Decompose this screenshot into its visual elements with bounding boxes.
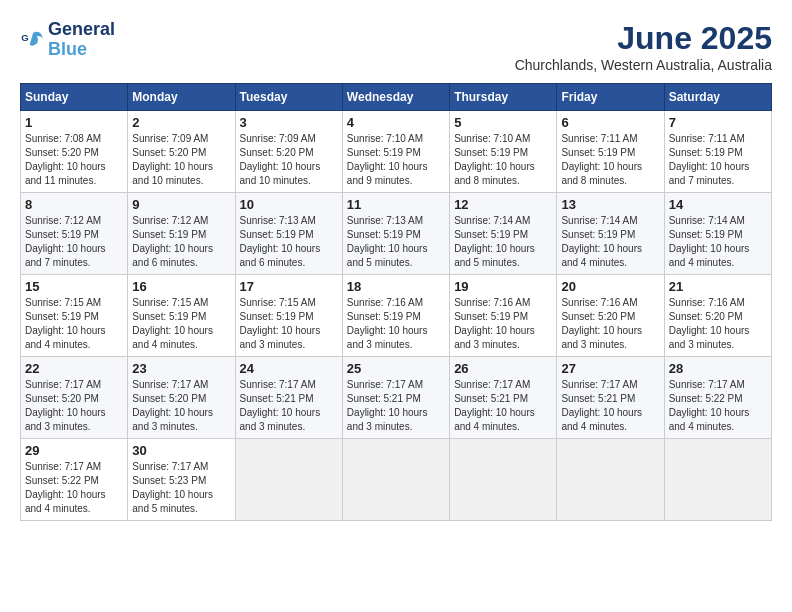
calendar-cell: 26Sunrise: 7:17 AM Sunset: 5:21 PM Dayli… xyxy=(450,357,557,439)
page-header: G General Blue June 2025 Churchlands, We… xyxy=(20,20,772,73)
day-number: 6 xyxy=(561,115,659,130)
day-info: Sunrise: 7:16 AM Sunset: 5:19 PM Dayligh… xyxy=(454,296,552,352)
day-number: 26 xyxy=(454,361,552,376)
day-number: 3 xyxy=(240,115,338,130)
day-info: Sunrise: 7:14 AM Sunset: 5:19 PM Dayligh… xyxy=(454,214,552,270)
calendar-cell: 23Sunrise: 7:17 AM Sunset: 5:20 PM Dayli… xyxy=(128,357,235,439)
column-header-monday: Monday xyxy=(128,84,235,111)
logo-icon: G xyxy=(20,28,44,52)
column-header-tuesday: Tuesday xyxy=(235,84,342,111)
calendar-cell: 9Sunrise: 7:12 AM Sunset: 5:19 PM Daylig… xyxy=(128,193,235,275)
day-number: 4 xyxy=(347,115,445,130)
day-number: 10 xyxy=(240,197,338,212)
day-number: 23 xyxy=(132,361,230,376)
calendar-cell: 16Sunrise: 7:15 AM Sunset: 5:19 PM Dayli… xyxy=(128,275,235,357)
day-info: Sunrise: 7:08 AM Sunset: 5:20 PM Dayligh… xyxy=(25,132,123,188)
day-info: Sunrise: 7:15 AM Sunset: 5:19 PM Dayligh… xyxy=(240,296,338,352)
day-number: 11 xyxy=(347,197,445,212)
day-info: Sunrise: 7:12 AM Sunset: 5:19 PM Dayligh… xyxy=(132,214,230,270)
calendar-cell: 18Sunrise: 7:16 AM Sunset: 5:19 PM Dayli… xyxy=(342,275,449,357)
day-info: Sunrise: 7:10 AM Sunset: 5:19 PM Dayligh… xyxy=(454,132,552,188)
calendar-cell: 19Sunrise: 7:16 AM Sunset: 5:19 PM Dayli… xyxy=(450,275,557,357)
day-info: Sunrise: 7:17 AM Sunset: 5:23 PM Dayligh… xyxy=(132,460,230,516)
calendar-cell: 5Sunrise: 7:10 AM Sunset: 5:19 PM Daylig… xyxy=(450,111,557,193)
calendar-table: SundayMondayTuesdayWednesdayThursdayFrid… xyxy=(20,83,772,521)
day-info: Sunrise: 7:17 AM Sunset: 5:22 PM Dayligh… xyxy=(669,378,767,434)
calendar-cell: 28Sunrise: 7:17 AM Sunset: 5:22 PM Dayli… xyxy=(664,357,771,439)
day-number: 24 xyxy=(240,361,338,376)
day-info: Sunrise: 7:14 AM Sunset: 5:19 PM Dayligh… xyxy=(669,214,767,270)
calendar-cell: 1Sunrise: 7:08 AM Sunset: 5:20 PM Daylig… xyxy=(21,111,128,193)
calendar-cell: 4Sunrise: 7:10 AM Sunset: 5:19 PM Daylig… xyxy=(342,111,449,193)
calendar-week-row: 22Sunrise: 7:17 AM Sunset: 5:20 PM Dayli… xyxy=(21,357,772,439)
column-header-friday: Friday xyxy=(557,84,664,111)
calendar-cell: 8Sunrise: 7:12 AM Sunset: 5:19 PM Daylig… xyxy=(21,193,128,275)
day-info: Sunrise: 7:15 AM Sunset: 5:19 PM Dayligh… xyxy=(132,296,230,352)
calendar-cell: 15Sunrise: 7:15 AM Sunset: 5:19 PM Dayli… xyxy=(21,275,128,357)
day-number: 12 xyxy=(454,197,552,212)
day-number: 20 xyxy=(561,279,659,294)
calendar-cell xyxy=(342,439,449,521)
day-info: Sunrise: 7:17 AM Sunset: 5:21 PM Dayligh… xyxy=(454,378,552,434)
day-info: Sunrise: 7:17 AM Sunset: 5:21 PM Dayligh… xyxy=(240,378,338,434)
calendar-cell: 20Sunrise: 7:16 AM Sunset: 5:20 PM Dayli… xyxy=(557,275,664,357)
day-number: 7 xyxy=(669,115,767,130)
column-header-thursday: Thursday xyxy=(450,84,557,111)
calendar-cell: 25Sunrise: 7:17 AM Sunset: 5:21 PM Dayli… xyxy=(342,357,449,439)
day-info: Sunrise: 7:17 AM Sunset: 5:21 PM Dayligh… xyxy=(561,378,659,434)
calendar-cell xyxy=(235,439,342,521)
calendar-week-row: 8Sunrise: 7:12 AM Sunset: 5:19 PM Daylig… xyxy=(21,193,772,275)
day-number: 29 xyxy=(25,443,123,458)
day-info: Sunrise: 7:10 AM Sunset: 5:19 PM Dayligh… xyxy=(347,132,445,188)
day-number: 9 xyxy=(132,197,230,212)
day-info: Sunrise: 7:14 AM Sunset: 5:19 PM Dayligh… xyxy=(561,214,659,270)
calendar-cell: 11Sunrise: 7:13 AM Sunset: 5:19 PM Dayli… xyxy=(342,193,449,275)
calendar-cell: 7Sunrise: 7:11 AM Sunset: 5:19 PM Daylig… xyxy=(664,111,771,193)
calendar-cell: 2Sunrise: 7:09 AM Sunset: 5:20 PM Daylig… xyxy=(128,111,235,193)
calendar-cell: 6Sunrise: 7:11 AM Sunset: 5:19 PM Daylig… xyxy=(557,111,664,193)
day-number: 1 xyxy=(25,115,123,130)
day-info: Sunrise: 7:13 AM Sunset: 5:19 PM Dayligh… xyxy=(240,214,338,270)
day-number: 28 xyxy=(669,361,767,376)
month-title: June 2025 xyxy=(515,20,772,57)
day-info: Sunrise: 7:12 AM Sunset: 5:19 PM Dayligh… xyxy=(25,214,123,270)
day-info: Sunrise: 7:09 AM Sunset: 5:20 PM Dayligh… xyxy=(132,132,230,188)
logo: G General Blue xyxy=(20,20,115,60)
calendar-cell: 12Sunrise: 7:14 AM Sunset: 5:19 PM Dayli… xyxy=(450,193,557,275)
day-info: Sunrise: 7:17 AM Sunset: 5:21 PM Dayligh… xyxy=(347,378,445,434)
day-info: Sunrise: 7:17 AM Sunset: 5:22 PM Dayligh… xyxy=(25,460,123,516)
calendar-cell: 10Sunrise: 7:13 AM Sunset: 5:19 PM Dayli… xyxy=(235,193,342,275)
calendar-cell xyxy=(557,439,664,521)
day-number: 14 xyxy=(669,197,767,212)
calendar-cell: 29Sunrise: 7:17 AM Sunset: 5:22 PM Dayli… xyxy=(21,439,128,521)
day-info: Sunrise: 7:16 AM Sunset: 5:20 PM Dayligh… xyxy=(561,296,659,352)
day-number: 17 xyxy=(240,279,338,294)
calendar-cell: 3Sunrise: 7:09 AM Sunset: 5:20 PM Daylig… xyxy=(235,111,342,193)
calendar-cell xyxy=(664,439,771,521)
day-info: Sunrise: 7:17 AM Sunset: 5:20 PM Dayligh… xyxy=(132,378,230,434)
day-info: Sunrise: 7:13 AM Sunset: 5:19 PM Dayligh… xyxy=(347,214,445,270)
svg-text:G: G xyxy=(21,32,28,43)
day-number: 8 xyxy=(25,197,123,212)
day-info: Sunrise: 7:11 AM Sunset: 5:19 PM Dayligh… xyxy=(669,132,767,188)
day-info: Sunrise: 7:16 AM Sunset: 5:19 PM Dayligh… xyxy=(347,296,445,352)
calendar-cell: 17Sunrise: 7:15 AM Sunset: 5:19 PM Dayli… xyxy=(235,275,342,357)
day-info: Sunrise: 7:17 AM Sunset: 5:20 PM Dayligh… xyxy=(25,378,123,434)
calendar-cell: 30Sunrise: 7:17 AM Sunset: 5:23 PM Dayli… xyxy=(128,439,235,521)
day-number: 2 xyxy=(132,115,230,130)
day-info: Sunrise: 7:16 AM Sunset: 5:20 PM Dayligh… xyxy=(669,296,767,352)
day-info: Sunrise: 7:09 AM Sunset: 5:20 PM Dayligh… xyxy=(240,132,338,188)
day-number: 15 xyxy=(25,279,123,294)
day-number: 30 xyxy=(132,443,230,458)
location-title: Churchlands, Western Australia, Australi… xyxy=(515,57,772,73)
column-header-saturday: Saturday xyxy=(664,84,771,111)
day-number: 5 xyxy=(454,115,552,130)
logo-text-line1: General xyxy=(48,20,115,40)
day-number: 22 xyxy=(25,361,123,376)
title-section: June 2025 Churchlands, Western Australia… xyxy=(515,20,772,73)
calendar-week-row: 15Sunrise: 7:15 AM Sunset: 5:19 PM Dayli… xyxy=(21,275,772,357)
column-header-wednesday: Wednesday xyxy=(342,84,449,111)
calendar-cell: 24Sunrise: 7:17 AM Sunset: 5:21 PM Dayli… xyxy=(235,357,342,439)
day-number: 27 xyxy=(561,361,659,376)
calendar-cell: 14Sunrise: 7:14 AM Sunset: 5:19 PM Dayli… xyxy=(664,193,771,275)
